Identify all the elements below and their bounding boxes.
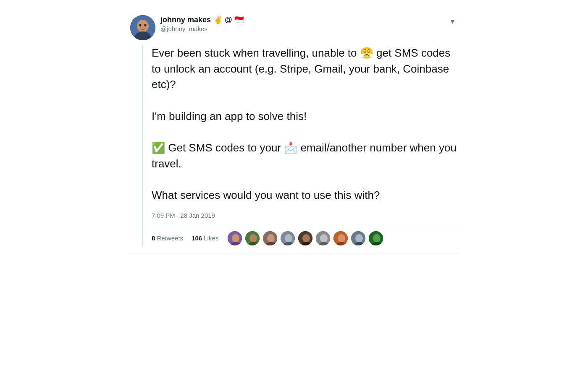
- svg-point-6: [232, 234, 239, 242]
- avatar-image: [130, 15, 155, 40]
- liker-avatar-5[interactable]: [297, 230, 313, 246]
- tweet-paragraph-2: I'm building an app to solve this!: [152, 109, 458, 125]
- display-name[interactable]: johnny makes ✌️ @ 🇮🇩: [160, 15, 244, 24]
- liker-avatar-3[interactable]: [262, 230, 278, 246]
- thread-line: [142, 45, 143, 246]
- svg-point-1: [137, 20, 149, 32]
- liker-avatar-4[interactable]: [280, 230, 296, 246]
- liker-avatar-6[interactable]: [315, 230, 331, 246]
- tweet-card: johnny makes ✌️ @ 🇮🇩 @johnny_makes ▾ Eve…: [130, 8, 458, 253]
- tweet-header: johnny makes ✌️ @ 🇮🇩 @johnny_makes ▾: [130, 15, 458, 40]
- svg-point-30: [373, 234, 381, 242]
- liker-avatar-8[interactable]: [350, 230, 366, 246]
- tweet-text: Ever been stuck when travelling, unable …: [152, 45, 458, 203]
- avatar-wrapper: [130, 15, 155, 40]
- retweets-label: Retweets: [157, 235, 184, 242]
- likes-count: 106: [192, 235, 202, 242]
- user-display-name-text: johnny makes: [160, 16, 211, 24]
- liker-avatar-7[interactable]: [333, 230, 349, 246]
- svg-point-24: [338, 234, 345, 242]
- tweet-paragraph-3: ✅ Get SMS codes to your 📩 email/another …: [152, 140, 458, 172]
- likers-row: [227, 230, 384, 246]
- svg-point-12: [267, 234, 275, 242]
- avatar[interactable]: [130, 15, 155, 40]
- liker-avatar-1[interactable]: [227, 230, 243, 246]
- likes-stat[interactable]: 106 Likes: [192, 235, 218, 242]
- svg-point-18: [302, 234, 310, 242]
- svg-point-3: [139, 24, 142, 26]
- svg-point-27: [355, 234, 363, 242]
- tweet-paragraph-1: Ever been stuck when travelling, unable …: [152, 45, 458, 93]
- liker-avatar-9[interactable]: [368, 230, 384, 246]
- stats-numbers: 8 Retweets 106 Likes: [152, 235, 218, 242]
- user-emojis: ✌️ @ 🇮🇩: [213, 15, 244, 24]
- tweet-paragraph-4: What services would you want to use this…: [152, 188, 458, 203]
- likes-label: Likes: [204, 235, 218, 242]
- svg-point-21: [320, 234, 328, 242]
- chevron-button[interactable]: ▾: [447, 15, 458, 28]
- retweets-count: 8: [152, 235, 155, 242]
- svg-point-9: [249, 234, 257, 242]
- tweet-body: Ever been stuck when travelling, unable …: [152, 45, 458, 246]
- user-info: johnny makes ✌️ @ 🇮🇩 @johnny_makes: [160, 15, 244, 32]
- tweet-body-wrapper: Ever been stuck when travelling, unable …: [130, 45, 458, 246]
- retweets-stat[interactable]: 8 Retweets: [152, 235, 183, 242]
- liker-avatar-2[interactable]: [244, 230, 260, 246]
- svg-point-4: [144, 24, 147, 26]
- tweet-timestamp: 7:09 PM · 28 Jan 2019: [152, 212, 458, 219]
- tweet-stats: 8 Retweets 106 Likes: [152, 225, 458, 246]
- username[interactable]: @johnny_makes: [160, 25, 244, 32]
- svg-point-15: [285, 234, 292, 242]
